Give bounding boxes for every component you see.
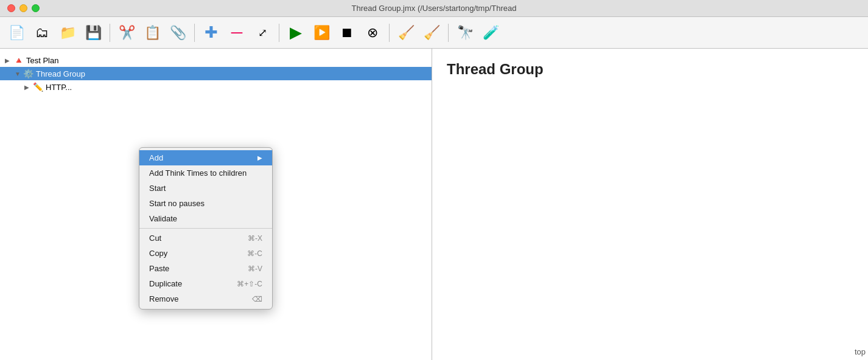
ctx-validate-label: Validate	[149, 214, 177, 223]
window-title: Thread Group.jmx (/Users/startong/tmp/Th…	[352, 4, 517, 13]
titlebar: Thread Group.jmx (/Users/startong/tmp/Th…	[0, 0, 868, 17]
panel-title: Thread Group	[447, 61, 853, 78]
ctx-cut-shortcut: ⌘-X	[248, 234, 262, 243]
ctx-add-label: Add	[149, 153, 163, 162]
tree: ▶ 🔺 Test Plan ▼ ⚙️ Thread Group ▶ ✏️ HTT…	[0, 49, 432, 99]
ctx-cut[interactable]: Cut ⌘-X	[139, 230, 272, 246]
threadgroup-label: Thread Group	[36, 69, 85, 78]
ctx-add[interactable]: Add ▶	[139, 150, 272, 165]
run-no-pause-button[interactable]: ▶️	[310, 21, 333, 44]
testplan-label: Test Plan	[26, 56, 58, 65]
ctx-duplicate-shortcut: ⌘+⇧-C	[237, 280, 262, 288]
ctx-sep1	[139, 228, 272, 229]
context-menu-l1: Add ▶ Add Think Times to children Start …	[139, 147, 273, 310]
ctx-paste-shortcut: ⌘-V	[248, 265, 262, 273]
ctx-copy-label: Copy	[149, 249, 167, 258]
expand-button[interactable]: ⤢	[251, 21, 274, 44]
right-panel: Thread Group top	[432, 49, 868, 360]
left-panel: ▶ 🔺 Test Plan ▼ ⚙️ Thread Group ▶ ✏️ HTT…	[0, 49, 432, 360]
sep5	[448, 24, 449, 42]
stop-button[interactable]: ⏹	[335, 21, 359, 44]
sep2	[194, 24, 195, 42]
ctx-validate[interactable]: Validate	[139, 211, 272, 226]
clear-all-button[interactable]: 🧹	[420, 21, 443, 44]
http-icon: ✏️	[33, 82, 43, 92]
paste-button[interactable]: 📎	[166, 21, 189, 44]
open-button[interactable]: 🗂	[30, 21, 54, 44]
ctx-copy-shortcut: ⌘-C	[247, 249, 262, 258]
remove-button[interactable]: ─	[225, 21, 248, 44]
close-button[interactable]	[7, 4, 15, 12]
ctx-duplicate-label: Duplicate	[149, 279, 182, 288]
tree-arrow-3: ▶	[24, 84, 33, 91]
toolbar: 📄 🗂 📁 💾 ✂️ 📋 📎 ✚ ─ ⤢ ▶ ▶️ ⏹ ⊗ 🧹 🧹 🔭 🧪	[0, 17, 868, 49]
save-button[interactable]: 💾	[82, 21, 105, 44]
testplan-icon: 🔺	[13, 55, 24, 65]
ctx-think-times-label: Add Think Times to children	[149, 168, 247, 178]
tree-item-threadgroup[interactable]: ▼ ⚙️ Thread Group	[0, 67, 432, 80]
search-button[interactable]: 🔭	[453, 21, 477, 44]
run-button[interactable]: ▶	[284, 21, 307, 44]
ctx-add-arrow: ▶	[257, 154, 262, 161]
clear-button[interactable]: 🧹	[394, 21, 418, 44]
ctx-remove[interactable]: Remove ⌫	[139, 291, 272, 306]
ctx-remove-shortcut: ⌫	[252, 295, 262, 303]
http-label: HTTP...	[46, 83, 72, 92]
sep4	[389, 24, 390, 42]
sep3	[279, 24, 279, 42]
ctx-think-times[interactable]: Add Think Times to children	[139, 165, 272, 181]
ctx-start-no-pauses[interactable]: Start no pauses	[139, 196, 272, 211]
sep1	[110, 24, 110, 42]
add-button[interactable]: ✚	[200, 21, 223, 44]
tree-item-testplan[interactable]: ▶ 🔺 Test Plan	[0, 54, 432, 67]
top-label: top	[855, 347, 866, 356]
ctx-start-label: Start	[149, 184, 166, 193]
shutdown-button[interactable]: ⊗	[361, 21, 384, 44]
main-layout: ▶ 🔺 Test Plan ▼ ⚙️ Thread Group ▶ ✏️ HTT…	[0, 49, 868, 360]
new-button[interactable]: 📄	[5, 21, 28, 44]
minimize-button[interactable]	[19, 4, 27, 12]
ctx-start[interactable]: Start	[139, 181, 272, 196]
maximize-button[interactable]	[32, 4, 40, 12]
ctx-start-no-pauses-label: Start no pauses	[149, 199, 205, 208]
threadgroup-icon: ⚙️	[23, 69, 33, 78]
tree-arrow-2: ▼	[15, 71, 23, 77]
copy-button[interactable]: 📋	[141, 21, 164, 44]
traffic-lights	[7, 4, 40, 12]
tree-item-http[interactable]: ▶ ✏️ HTTP...	[0, 80, 432, 94]
cut-button[interactable]: ✂️	[115, 21, 138, 44]
ctx-paste-label: Paste	[149, 264, 169, 273]
ctx-duplicate[interactable]: Duplicate ⌘+⇧-C	[139, 276, 272, 291]
ctx-remove-label: Remove	[149, 294, 178, 303]
ctx-copy[interactable]: Copy ⌘-C	[139, 246, 272, 261]
folder-button[interactable]: 📁	[56, 21, 79, 44]
flask-button[interactable]: 🧪	[479, 21, 502, 44]
ctx-paste[interactable]: Paste ⌘-V	[139, 261, 272, 276]
ctx-cut-label: Cut	[149, 234, 161, 243]
tree-arrow: ▶	[5, 57, 13, 64]
